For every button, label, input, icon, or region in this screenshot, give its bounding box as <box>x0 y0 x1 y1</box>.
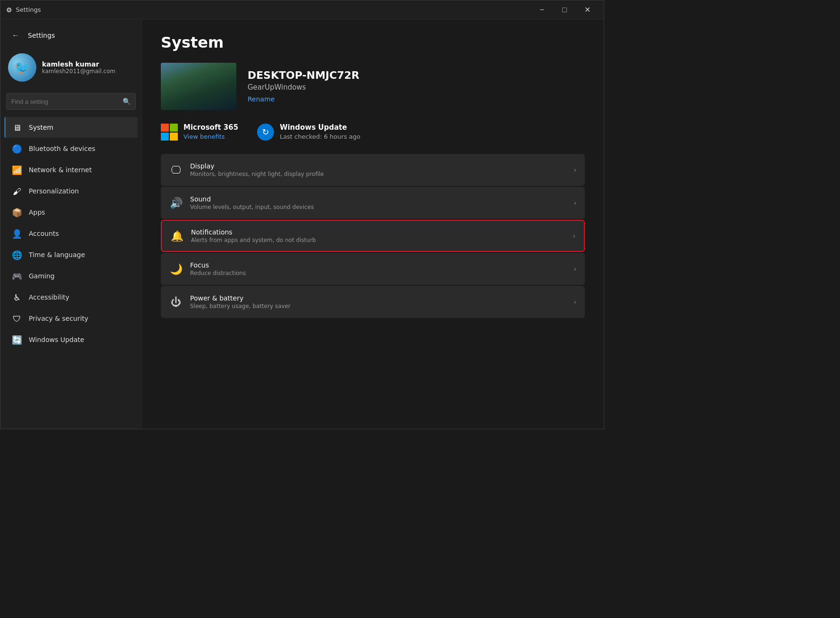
sidebar-item-system[interactable]: 🖥 System <box>4 117 138 138</box>
ms365-item: Microsoft 365 View benefits <box>161 123 238 141</box>
pc-info-card: DESKTOP-NMJC72R GearUpWindows Rename <box>161 63 585 110</box>
user-email: kamlesh2011@gmail.com <box>42 68 134 75</box>
notifications-icon: 🔔 <box>170 229 183 242</box>
display-icon: 🖵 <box>169 163 183 176</box>
pc-details: DESKTOP-NMJC72R GearUpWindows Rename <box>248 69 585 103</box>
apps-icon: 📦 <box>12 207 22 217</box>
titlebar: ⚙ Settings − □ ✕ <box>0 0 604 19</box>
sidebar-header: ← Settings <box>0 25 141 49</box>
titlebar-title: Settings <box>16 6 41 13</box>
notifications-chevron: › <box>573 232 575 240</box>
system-icon: 🖥 <box>12 122 22 133</box>
pc-name: DESKTOP-NMJC72R <box>248 69 585 81</box>
display-label: Display <box>190 162 566 170</box>
sidebar-item-personalization[interactable]: 🖌 Personalization <box>4 181 138 201</box>
privacy-icon: 🛡 <box>12 313 22 324</box>
notifications-label: Notifications <box>191 228 565 236</box>
windowsupdate-icon: 🔄 <box>12 334 22 345</box>
back-button[interactable]: ← <box>8 28 23 43</box>
ms365-icon <box>161 124 178 141</box>
sidebar-item-network[interactable]: 📶 Network & internet <box>4 159 138 180</box>
settings-list: 🖵 Display Monitors, brightness, night li… <box>161 154 585 318</box>
sidebar-item-apps[interactable]: 📦 Apps <box>4 202 138 223</box>
winupdate-label: Windows Update <box>280 123 360 132</box>
window-controls: − □ ✕ <box>531 2 598 17</box>
settings-icon: ⚙ <box>6 6 12 14</box>
sidebar-item-gaming[interactable]: 🎮 Gaming <box>4 266 138 286</box>
personalization-icon: 🖌 <box>12 186 22 196</box>
sidebar: ← Settings 🐦 kamlesh kumar kamlesh2011@g… <box>0 19 142 429</box>
pc-org: GearUpWindows <box>248 83 585 92</box>
user-profile[interactable]: 🐦 kamlesh kumar kamlesh2011@gmail.com <box>0 49 141 89</box>
sidebar-item-bluetooth[interactable]: 🔵 Bluetooth & devices <box>4 138 138 159</box>
notifications-desc: Alerts from apps and system, do not dist… <box>191 237 565 243</box>
accessibility-label: Accessibility <box>29 293 69 301</box>
power-desc: Sleep, battery usage, battery saver <box>190 303 566 309</box>
pc-thumbnail-inner <box>161 63 236 110</box>
accounts-icon: 👤 <box>12 228 22 239</box>
power-label: Power & battery <box>190 294 566 302</box>
app-container: ← Settings 🐦 kamlesh kumar kamlesh2011@g… <box>0 19 604 429</box>
settings-row-focus[interactable]: 🌙 Focus Reduce distractions › <box>161 253 585 285</box>
gaming-icon: 🎮 <box>12 271 22 281</box>
sidebar-nav: 🖥 System 🔵 Bluetooth & devices 📶 Network… <box>0 117 141 350</box>
bluetooth-label: Bluetooth & devices <box>29 145 95 152</box>
apps-label: Apps <box>29 209 45 216</box>
notifications-text: Notifications Alerts from apps and syste… <box>191 228 565 243</box>
rename-link[interactable]: Rename <box>248 95 274 103</box>
sidebar-item-accounts[interactable]: 👤 Accounts <box>4 223 138 244</box>
bluetooth-icon: 🔵 <box>12 143 22 154</box>
winupdate-item: ↻ Windows Update Last checked: 6 hours a… <box>257 123 360 141</box>
power-text: Power & battery Sleep, battery usage, ba… <box>190 294 566 309</box>
sound-desc: Volume levels, output, input, sound devi… <box>190 204 566 210</box>
sidebar-app-title: Settings <box>28 32 55 39</box>
winupdate-sub: Last checked: 6 hours ago <box>280 133 360 140</box>
quick-info-row: Microsoft 365 View benefits ↻ Windows Up… <box>161 123 585 141</box>
search-box: 🔍 <box>6 93 136 110</box>
settings-row-display[interactable]: 🖵 Display Monitors, brightness, night li… <box>161 154 585 186</box>
network-label: Network & internet <box>29 166 92 174</box>
network-icon: 📶 <box>12 165 22 175</box>
focus-text: Focus Reduce distractions <box>190 261 566 276</box>
search-input[interactable] <box>11 98 119 105</box>
power-chevron: › <box>574 298 576 306</box>
accessibility-icon: ♿ <box>12 292 22 302</box>
sidebar-item-time[interactable]: 🌐 Time & language <box>4 244 138 265</box>
search-icon: 🔍 <box>123 98 131 105</box>
privacy-label: Privacy & security <box>29 315 88 322</box>
user-info: kamlesh kumar kamlesh2011@gmail.com <box>42 60 134 75</box>
focus-desc: Reduce distractions <box>190 270 566 276</box>
focus-label: Focus <box>190 261 566 269</box>
minimize-button[interactable]: − <box>531 2 553 17</box>
sound-label: Sound <box>190 195 566 203</box>
winupdate-icon: ↻ <box>257 124 274 141</box>
maximize-button[interactable]: □ <box>554 2 575 17</box>
sound-text: Sound Volume levels, output, input, soun… <box>190 195 566 210</box>
page-title: System <box>161 33 585 51</box>
focus-chevron: › <box>574 265 576 273</box>
display-text: Display Monitors, brightness, night ligh… <box>190 162 566 177</box>
avatar: 🐦 <box>8 53 36 82</box>
ms365-sub[interactable]: View benefits <box>183 133 225 140</box>
ms365-label: Microsoft 365 <box>183 123 238 132</box>
main-content: System DESKTOP-NMJC72R GearUpWindows Ren… <box>142 19 604 429</box>
ms365-text: Microsoft 365 View benefits <box>183 123 238 141</box>
settings-row-power[interactable]: ⏻ Power & battery Sleep, battery usage, … <box>161 286 585 318</box>
display-desc: Monitors, brightness, night light, displ… <box>190 171 566 177</box>
avatar-image: 🐦 <box>8 53 36 82</box>
sidebar-item-privacy[interactable]: 🛡 Privacy & security <box>4 308 138 329</box>
search-container: 🔍 <box>0 89 141 117</box>
windowsupdate-label: Windows Update <box>29 336 84 343</box>
close-button[interactable]: ✕ <box>576 2 598 17</box>
sound-icon: 🔊 <box>169 196 183 209</box>
time-icon: 🌐 <box>12 250 22 260</box>
accounts-label: Accounts <box>29 230 59 237</box>
personalization-label: Personalization <box>29 187 79 195</box>
sidebar-item-windowsupdate[interactable]: 🔄 Windows Update <box>4 329 138 350</box>
focus-icon: 🌙 <box>169 262 183 276</box>
settings-row-notifications[interactable]: 🔔 Notifications Alerts from apps and sys… <box>161 220 585 252</box>
settings-row-sound[interactable]: 🔊 Sound Volume levels, output, input, so… <box>161 187 585 219</box>
system-label: System <box>29 124 53 131</box>
sidebar-item-accessibility[interactable]: ♿ Accessibility <box>4 287 138 308</box>
winupdate-text: Windows Update Last checked: 6 hours ago <box>280 123 360 141</box>
